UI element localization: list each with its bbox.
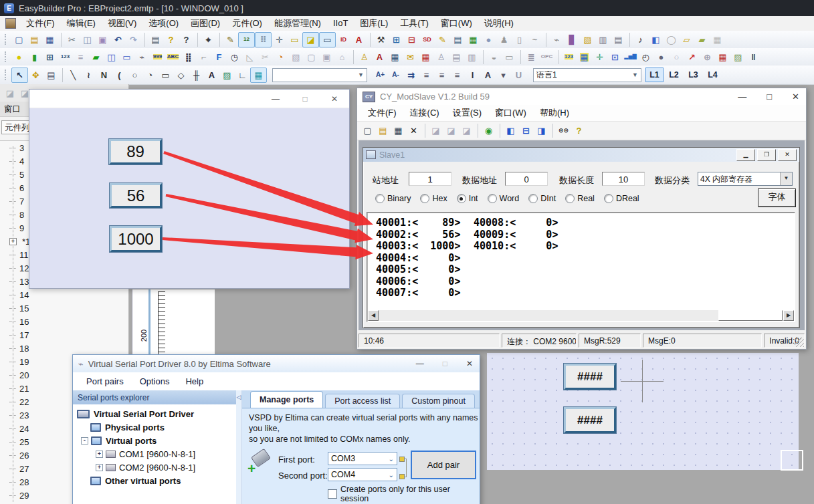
window-icon[interactable]: ◧: [648, 33, 664, 47]
data-address-input[interactable]: 0: [505, 172, 548, 186]
ms-cascade-icon[interactable]: ◧: [500, 124, 518, 138]
csv-icon[interactable]: ▤: [450, 33, 466, 47]
sound-icon[interactable]: ♪: [629, 33, 648, 47]
menu-item[interactable]: 画图(D): [185, 17, 226, 29]
language-state-button[interactable]: L2: [665, 68, 683, 82]
polyline-icon[interactable]: N: [96, 68, 112, 82]
format-radio[interactable]: DReal: [604, 194, 639, 203]
minimize-icon[interactable]: —: [261, 94, 290, 104]
menu-item[interactable]: Help: [177, 375, 211, 388]
font-color-icon[interactable]: A: [351, 33, 367, 47]
menu-item[interactable]: 设置(S): [446, 106, 488, 119]
barcode-icon[interactable]: ⣿: [181, 50, 196, 64]
ruler-icon[interactable]: 12: [238, 32, 255, 47]
picture2-icon[interactable]: ▧: [288, 50, 304, 64]
color-dropdown-icon[interactable]: ▾: [496, 68, 511, 82]
align-left-icon[interactable]: ≡: [419, 68, 434, 82]
font-button[interactable]: 字体: [758, 188, 796, 207]
frame-icon[interactable]: ⌐: [196, 50, 211, 64]
window-tree-item[interactable]: 16: [0, 315, 128, 328]
menu-item[interactable]: 能源管理(N): [268, 17, 327, 29]
indent-icon[interactable]: ⇉: [403, 68, 419, 82]
station-address-input[interactable]: 1: [409, 172, 451, 186]
abc-icon[interactable]: ABC: [165, 50, 181, 64]
window-new-icon[interactable]: ⊞: [42, 50, 58, 64]
menu-item[interactable]: 选项(O): [142, 17, 185, 29]
gauge2-icon[interactable]: ◒: [483, 50, 502, 64]
redo-icon[interactable]: ↷: [126, 33, 141, 47]
page-icon[interactable]: ▢: [304, 50, 319, 64]
close-icon[interactable]: ✕: [792, 92, 799, 102]
italic-icon[interactable]: I: [465, 68, 480, 82]
ramp-icon[interactable]: ◺: [242, 50, 258, 64]
meter-icon[interactable]: ◴: [638, 50, 653, 64]
numeric-123-icon[interactable]: 123: [58, 50, 73, 64]
circle-icon[interactable]: ●: [653, 50, 669, 64]
recipe-icon[interactable]: ▦: [466, 33, 481, 47]
line-icon[interactable]: ╲: [62, 68, 81, 82]
paste-icon[interactable]: ▣: [95, 33, 110, 47]
menu-item[interactable]: 元件(O): [226, 17, 268, 29]
layers2-icon[interactable]: ≡: [73, 50, 88, 64]
picture-icon[interactable]: ▨: [219, 68, 235, 82]
expand-icon[interactable]: +: [96, 464, 103, 471]
book-icon[interactable]: ▊: [565, 33, 580, 47]
db-icon[interactable]: ▥: [464, 50, 480, 64]
compass-icon[interactable]: ⊕: [700, 50, 715, 64]
language-state-button[interactable]: L1: [645, 68, 664, 82]
properties-icon[interactable]: ▤: [43, 68, 59, 82]
font-down-icon[interactable]: A-: [388, 68, 403, 82]
checkbox[interactable]: [328, 489, 337, 499]
menu-item[interactable]: 连接(C): [403, 106, 446, 119]
display-hmi-icon[interactable]: ▦: [577, 50, 592, 64]
menu-item[interactable]: 视图(V): [102, 17, 142, 29]
collapse-icon[interactable]: -: [81, 437, 88, 445]
link-icon[interactable]: ~: [527, 33, 542, 47]
minimize-icon[interactable]: —: [416, 359, 424, 368]
menu-item[interactable]: IIoT: [327, 17, 354, 29]
table-red-icon[interactable]: ▦: [715, 50, 730, 64]
key-icon[interactable]: ♙: [353, 50, 372, 64]
table-grid-icon[interactable]: ▦: [250, 68, 267, 83]
rect-shape-icon[interactable]: ▭: [158, 68, 173, 82]
numeric-object-placeholder[interactable]: ####: [564, 364, 616, 390]
align-center-icon[interactable]: ≡: [434, 68, 449, 82]
language-combo[interactable]: 语言1 ▼: [533, 68, 641, 82]
data-length-input[interactable]: 10: [602, 172, 645, 186]
toolbar-drag-handle[interactable]: [5, 34, 9, 45]
maximize-icon[interactable]: □: [290, 94, 320, 104]
menu-item[interactable]: 帮助(H): [533, 106, 576, 119]
maximize-icon[interactable]: □: [443, 359, 447, 368]
home-icon[interactable]: ⌂: [334, 50, 350, 64]
ms-tile-v-icon[interactable]: ◨: [534, 124, 549, 138]
copy-icon[interactable]: ◫: [80, 33, 95, 47]
timer-icon[interactable]: ◔: [273, 50, 288, 64]
underline-icon[interactable]: U: [511, 68, 526, 82]
clock-icon[interactable]: ◷: [227, 50, 242, 64]
pie-icon[interactable]: ◔: [142, 68, 158, 82]
first-port-combo[interactable]: COM3 ⌄: [328, 452, 397, 465]
ms-help-icon[interactable]: ?: [571, 124, 587, 138]
tags-icon[interactable]: ▱: [679, 33, 694, 47]
ms-close-doc-icon[interactable]: ✕: [406, 124, 421, 138]
corner-icon[interactable]: ∟: [235, 68, 250, 82]
numeric-display[interactable]: 1000: [110, 226, 162, 252]
close-icon[interactable]: ✕: [320, 94, 349, 104]
999-icon[interactable]: 999: [150, 50, 165, 64]
menu-item[interactable]: Port pairs: [78, 375, 132, 388]
scrollbar-thumb[interactable]: [718, 310, 783, 321]
macro-icon[interactable]: ✎: [435, 33, 450, 47]
ms-copy1-icon[interactable]: ◪: [425, 124, 443, 138]
cabinet2-icon[interactable]: ▤: [611, 33, 626, 47]
minimize-icon[interactable]: —: [738, 92, 746, 102]
menu-item[interactable]: 图库(L): [354, 17, 394, 29]
mail-icon[interactable]: ✉: [403, 50, 418, 64]
format-radio[interactable]: Real: [565, 194, 595, 203]
layers-icon[interactable]: ◪: [302, 32, 319, 47]
help-icon[interactable]: ?: [163, 33, 179, 47]
tree-item-com2[interactable]: + COM2 [9600-N-8-1]: [73, 461, 236, 474]
opc-icon[interactable]: OPC: [539, 50, 554, 64]
menu-item[interactable]: 窗口(W): [435, 17, 478, 29]
open-folder-icon[interactable]: ▤: [27, 33, 42, 47]
resize-grip[interactable]: [795, 338, 804, 347]
